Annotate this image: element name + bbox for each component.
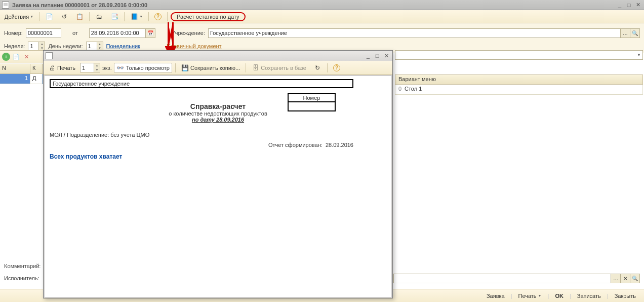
goto-icon: 📘 bbox=[130, 13, 138, 21]
report-number-box: Номер bbox=[288, 93, 336, 111]
modal-refresh[interactable]: ↻ bbox=[311, 63, 324, 73]
help-button[interactable]: ? bbox=[152, 12, 164, 22]
report-date-line: по дату 28.09.2016 bbox=[50, 117, 386, 123]
right-grid-header[interactable]: Вариант меню bbox=[395, 74, 643, 85]
help-icon: ? bbox=[333, 64, 340, 71]
ekz-label: экз. bbox=[102, 65, 112, 71]
modal-doc-icon bbox=[46, 52, 53, 59]
save-button[interactable]: Записать bbox=[573, 292, 605, 300]
save-copy-button[interactable]: 💾 Сохранить копию... bbox=[179, 63, 243, 73]
dow-name-link[interactable]: Понедельник bbox=[106, 43, 140, 49]
executor-input[interactable] bbox=[393, 274, 611, 283]
copy-icon: 📑 bbox=[110, 13, 118, 21]
actions-label: Действия bbox=[5, 14, 29, 20]
week-spinner[interactable]: ▲▼ bbox=[39, 42, 45, 51]
help-icon: ? bbox=[154, 13, 162, 20]
close-button[interactable]: ✕ bbox=[634, 2, 642, 9]
primary-doc-link[interactable]: Первичный документ bbox=[167, 43, 222, 49]
institution-label: Учреждение: bbox=[172, 30, 205, 36]
modal-help[interactable]: ? bbox=[331, 63, 343, 73]
dow-input[interactable]: 1 bbox=[86, 42, 97, 51]
tb-icon-4[interactable]: 🗂 bbox=[93, 12, 106, 22]
institution-search-button[interactable]: 🔍 bbox=[630, 28, 640, 38]
comment-label: Комментарий: bbox=[4, 263, 45, 269]
row-cell-k[interactable]: Д bbox=[30, 74, 43, 84]
view-icon: 👓 bbox=[116, 64, 125, 72]
executor-choose-button[interactable]: … bbox=[611, 274, 621, 283]
col-header-n[interactable]: N bbox=[0, 64, 30, 73]
save-post-icon: 📄 bbox=[45, 13, 53, 21]
modal-close[interactable]: ✕ bbox=[382, 52, 390, 59]
week-input[interactable]: 1 bbox=[28, 42, 39, 51]
ok-button[interactable]: OK bbox=[551, 292, 568, 300]
list-icon: 📋 bbox=[75, 13, 84, 21]
tb-icon-3[interactable]: 📋 bbox=[73, 12, 86, 22]
calc-remains-label: Расчет остатков по дату bbox=[177, 14, 239, 20]
report-generated: Отчет сформирован: 28.09.2016 bbox=[50, 142, 353, 148]
row-cell-n[interactable]: 1 bbox=[0, 74, 30, 84]
report-mol: МОЛ / Подразделение: без учета ЦМО bbox=[50, 132, 386, 138]
doc-icon bbox=[2, 2, 9, 9]
printer-icon: 🖨 bbox=[48, 64, 56, 72]
date-picker-button[interactable]: 📅 bbox=[146, 28, 155, 38]
copies-input[interactable]: 1 bbox=[80, 63, 94, 72]
institution-input[interactable]: Государственное учреждение bbox=[208, 28, 621, 38]
report-num-header: Номер bbox=[289, 94, 335, 102]
modal-minimize[interactable]: _ bbox=[364, 52, 372, 59]
disk-icon: 💾 bbox=[181, 64, 189, 72]
col-header-k[interactable]: К bbox=[30, 64, 43, 73]
close-footer-button[interactable]: Закрыть bbox=[611, 292, 640, 300]
order-button[interactable]: Заявка bbox=[482, 292, 509, 300]
date-input[interactable]: 28.09.2016 0:00:00 bbox=[89, 28, 146, 38]
dow-spinner[interactable]: ▲▼ bbox=[97, 42, 103, 51]
report-sufficient: Всех продуктов хватает bbox=[50, 153, 386, 160]
table-row[interactable]: 0 Стол 1 bbox=[395, 85, 643, 95]
db-icon: 🗄 bbox=[252, 64, 260, 72]
modal-print-button[interactable]: 🖨 Печать bbox=[46, 63, 78, 73]
number-input[interactable]: 00000001 bbox=[26, 28, 61, 38]
copy-row-button[interactable]: 📄 bbox=[12, 53, 20, 61]
tb-icon-2[interactable]: ↺ bbox=[58, 12, 71, 22]
delete-row-button[interactable]: ✕ bbox=[22, 53, 30, 61]
tb-icon-1[interactable]: 📄 bbox=[43, 12, 56, 22]
from-label: от bbox=[72, 30, 78, 36]
window-title: Заявка на питание 00000001 от 28.09.2016… bbox=[12, 2, 147, 8]
copies-spinner[interactable]: ▲▼ bbox=[94, 63, 100, 72]
actions-menu[interactable]: Действия ▼ bbox=[2, 12, 36, 22]
struct-icon: 🗂 bbox=[95, 13, 103, 21]
minimize-button[interactable]: _ bbox=[616, 2, 624, 9]
add-row-button[interactable]: + bbox=[2, 53, 10, 61]
executor-label: Исполнитель: bbox=[4, 275, 45, 281]
modal-maximize[interactable]: □ bbox=[373, 52, 381, 59]
variant-combo[interactable]: ▼ bbox=[395, 50, 643, 60]
calc-remains-button[interactable]: Расчет остатков по дату bbox=[171, 12, 246, 21]
tb-icon-6[interactable]: 📘▼ bbox=[128, 12, 145, 22]
save-db-button: 🗄 Сохранить в базе bbox=[249, 63, 309, 73]
week-label: Неделя: bbox=[4, 43, 25, 49]
dow-label: День недели: bbox=[48, 43, 83, 49]
report-subtitle: о количестве недостающих продуктов bbox=[50, 110, 386, 117]
institution-choose-button[interactable]: … bbox=[621, 28, 630, 38]
maximize-button[interactable]: □ bbox=[625, 2, 633, 9]
executor-search-button[interactable]: 🔍 bbox=[630, 274, 640, 283]
row-num: 0 bbox=[398, 86, 405, 93]
row-value: Стол 1 bbox=[405, 86, 422, 93]
report-title: Справка-расчет bbox=[50, 102, 386, 110]
view-only-button[interactable]: 👓 Только просмотр bbox=[114, 63, 172, 73]
refresh-icon: ↺ bbox=[60, 13, 68, 21]
tb-icon-5[interactable]: 📑 bbox=[108, 12, 121, 22]
refresh-icon: ↻ bbox=[313, 64, 321, 72]
executor-clear-button[interactable]: ✕ bbox=[621, 274, 630, 283]
report-org: Государственное учреждение bbox=[50, 79, 353, 88]
number-label: Номер: bbox=[4, 30, 23, 36]
print-button[interactable]: Печать▼ bbox=[514, 292, 546, 300]
